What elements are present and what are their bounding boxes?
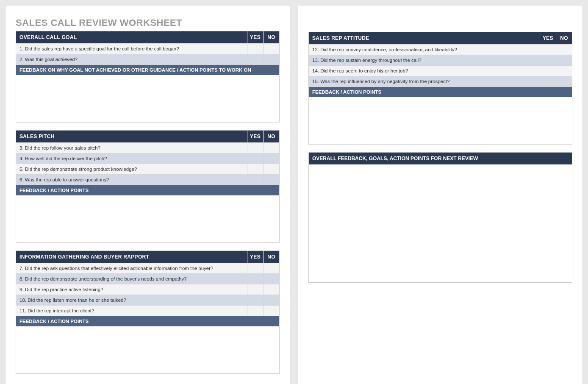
section-header-label: OVERALL CALL GOAL — [16, 31, 247, 43]
question-text: 13. Did the rep sustain energy throughou… — [309, 55, 540, 65]
question-row: 3. Did the rep follow your sales pitch? — [16, 142, 279, 153]
answer-no-cell[interactable] — [263, 306, 279, 316]
question-text: 2. Was this goal achieved? — [16, 54, 247, 64]
worksheet-container: SALES CALL REVIEW WORKSHEET OVERALL CALL… — [5, 5, 583, 384]
answer-yes-cell[interactable] — [540, 45, 556, 55]
question-text: 5. Did the rep demonstrate strong produc… — [16, 164, 247, 174]
section-header-attitude: SALES REP ATTITUDE YES NO — [309, 32, 572, 44]
question-text: 15. Was the rep influenced by any negati… — [309, 76, 540, 86]
answer-yes-cell[interactable] — [247, 274, 263, 284]
section-header-label: INFORMATION GATHERING AND BUYER RAPPORT — [16, 251, 247, 263]
column-no: NO — [263, 131, 279, 142]
page-top-spacer — [308, 13, 572, 32]
answer-yes-cell[interactable] — [247, 54, 263, 64]
question-text: 6. Was the rep able to answer questions? — [16, 175, 247, 185]
answer-no-cell[interactable] — [556, 55, 572, 65]
question-row: 12. Did the rep convey confidence, profe… — [309, 44, 572, 55]
answer-yes-cell[interactable] — [247, 175, 263, 185]
answer-no-cell[interactable] — [263, 143, 279, 153]
question-text: 12. Did the rep convey confidence, profe… — [309, 45, 540, 55]
answer-no-cell[interactable] — [556, 66, 572, 76]
answer-yes-cell[interactable] — [247, 295, 263, 305]
answer-yes-cell[interactable] — [247, 143, 263, 153]
answer-yes-cell[interactable] — [247, 153, 263, 164]
section-header-label: SALES REP ATTITUDE — [309, 32, 540, 44]
answer-no-cell[interactable] — [556, 45, 572, 55]
answer-yes-cell[interactable] — [540, 76, 556, 86]
question-text: 1. Did the sales rep have a specific goa… — [16, 44, 247, 54]
overall-feedback-input[interactable] — [309, 164, 572, 281]
answer-no-cell[interactable] — [263, 153, 279, 164]
answer-yes-cell[interactable] — [247, 44, 263, 54]
feedback-input-overall-goal[interactable] — [16, 75, 279, 121]
answer-no-cell[interactable] — [263, 44, 279, 54]
question-text: 11. Did the rep interrupt the client? — [16, 306, 247, 316]
question-row: 5. Did the rep demonstrate strong produc… — [16, 164, 279, 174]
question-row: 13. Did the rep sustain energy throughou… — [309, 55, 572, 65]
question-row: 6. Was the rep able to answer questions? — [16, 174, 279, 185]
feedback-header: FEEDBACK / ACTION POINTS — [309, 86, 572, 97]
question-text: 4. How well did the rep deliver the pitc… — [16, 153, 247, 164]
worksheet-title: SALES CALL REVIEW WORKSHEET — [16, 17, 280, 28]
page-right: SALES REP ATTITUDE YES NO 12. Did the re… — [298, 5, 583, 384]
answer-no-cell[interactable] — [263, 175, 279, 185]
feedback-header: FEEDBACK ON WHY GOAL NOT ACHIEVED OR OTH… — [16, 64, 279, 75]
answer-no-cell[interactable] — [263, 295, 279, 305]
question-row: 8. Did the rep demonstrate understanding… — [16, 273, 279, 284]
question-row: 2. Was this goal achieved? — [16, 54, 279, 64]
feedback-input-sales-pitch[interactable] — [16, 195, 279, 241]
overall-feedback-header: OVERALL FEEDBACK, GOALS, ACTION POINTS F… — [309, 153, 572, 164]
feedback-input-info-gathering[interactable] — [16, 326, 279, 372]
section-sales-pitch: SALES PITCH YES NO 3. Did the rep follow… — [16, 130, 280, 243]
column-no: NO — [556, 32, 572, 44]
answer-no-cell[interactable] — [263, 274, 279, 284]
question-row: 14. Did the rep seem to enjoy his or her… — [309, 65, 572, 76]
column-yes: YES — [247, 251, 263, 263]
question-text: 9. Did the rep practice active listening… — [16, 284, 247, 295]
answer-no-cell[interactable] — [263, 164, 279, 174]
answer-yes-cell[interactable] — [247, 164, 263, 174]
answer-no-cell[interactable] — [263, 284, 279, 295]
question-text: 8. Did the rep demonstrate understanding… — [16, 274, 247, 284]
question-row: 15. Was the rep influenced by any negati… — [309, 76, 572, 86]
question-text: 3. Did the rep follow your sales pitch? — [16, 143, 247, 153]
section-header-label: SALES PITCH — [16, 131, 247, 142]
question-row: 7. Did the rep ask questions that effect… — [16, 263, 279, 273]
question-row: 11. Did the rep interrupt the client? — [16, 305, 279, 316]
column-no: NO — [263, 251, 279, 263]
column-yes: YES — [540, 32, 556, 44]
question-text: 14. Did the rep seem to enjoy his or her… — [309, 66, 540, 76]
answer-yes-cell[interactable] — [247, 284, 263, 295]
page-left: SALES CALL REVIEW WORKSHEET OVERALL CALL… — [5, 5, 290, 384]
answer-no-cell[interactable] — [263, 54, 279, 64]
section-overall-goal: OVERALL CALL GOAL YES NO 1. Did the sale… — [16, 31, 280, 122]
answer-no-cell[interactable] — [263, 263, 279, 273]
question-text: 10. Did the rep listen more than he or s… — [16, 295, 247, 305]
question-row: 10. Did the rep listen more than he or s… — [16, 295, 279, 305]
question-text: 7. Did the rep ask questions that effect… — [16, 263, 247, 273]
section-attitude: SALES REP ATTITUDE YES NO 12. Did the re… — [308, 32, 572, 145]
answer-yes-cell[interactable] — [540, 66, 556, 76]
question-row: 1. Did the sales rep have a specific goa… — [16, 43, 279, 54]
section-header-overall-goal: OVERALL CALL GOAL YES NO — [16, 31, 279, 43]
section-header-sales-pitch: SALES PITCH YES NO — [16, 131, 279, 142]
feedback-input-attitude[interactable] — [309, 97, 572, 143]
section-info-gathering: INFORMATION GATHERING AND BUYER RAPPORT … — [16, 250, 280, 374]
section-header-info-gathering: INFORMATION GATHERING AND BUYER RAPPORT … — [16, 251, 279, 263]
answer-yes-cell[interactable] — [247, 306, 263, 316]
answer-no-cell[interactable] — [556, 76, 572, 86]
question-row: 9. Did the rep practice active listening… — [16, 284, 279, 295]
column-no: NO — [263, 31, 279, 43]
question-row: 4. How well did the rep deliver the pitc… — [16, 153, 279, 164]
feedback-header: FEEDBACK / ACTION POINTS — [16, 316, 279, 326]
column-yes: YES — [247, 31, 263, 43]
column-yes: YES — [247, 131, 263, 142]
section-overall-feedback: OVERALL FEEDBACK, GOALS, ACTION POINTS F… — [308, 152, 572, 283]
answer-yes-cell[interactable] — [247, 263, 263, 273]
feedback-header: FEEDBACK / ACTION POINTS — [16, 185, 279, 195]
answer-yes-cell[interactable] — [540, 55, 556, 65]
